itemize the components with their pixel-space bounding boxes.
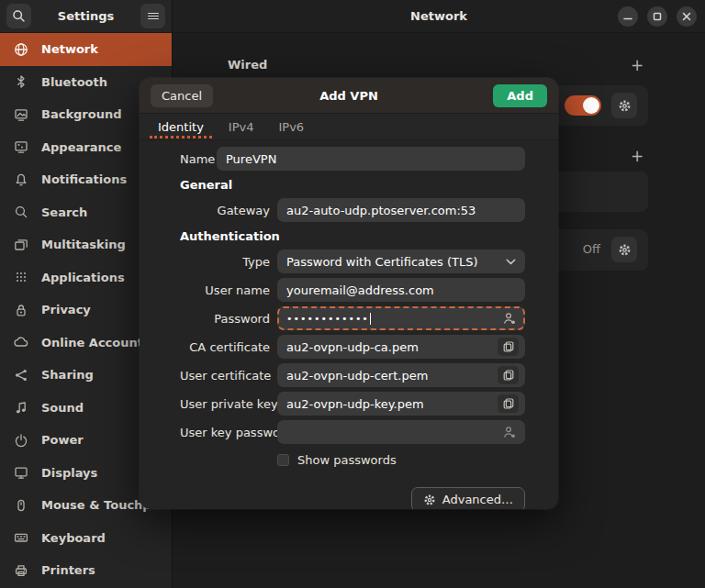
show-passwords-checkbox-row[interactable]: Show passwords (277, 453, 525, 467)
ca-certificate-row: CA certificate au2-ovpn-udp-ca.pem (180, 335, 525, 359)
gateway-field[interactable]: au2-auto-udp.ptoserver.com:53 (277, 198, 525, 222)
sidebar-item-printers[interactable]: Printers (0, 554, 172, 587)
authentication-heading: Authentication (180, 229, 525, 243)
printer-icon (14, 563, 28, 578)
user-key-password-label: User key password (180, 426, 270, 439)
multitasking-icon (14, 238, 28, 252)
name-field[interactable]: PureVPN (217, 147, 525, 171)
user-certificate-label: User certificate (180, 369, 270, 383)
gear-icon (618, 99, 632, 113)
proxy-settings-button[interactable] (611, 237, 637, 262)
sidebar-item-label: Search (41, 205, 87, 219)
sidebar-item-label: Power (41, 433, 84, 447)
name-row: Name PureVPN (180, 147, 525, 171)
file-icon (503, 341, 514, 352)
general-heading: General (180, 178, 525, 192)
password-field[interactable]: •••••••••••• (277, 306, 525, 330)
maximize-button[interactable] (647, 6, 667, 27)
sidebar-item-keyboard[interactable]: Keyboard (0, 522, 172, 555)
add-button[interactable]: Add (493, 84, 547, 107)
add-vpn-dialog: Cancel Add VPN Add Identity IPv4 IPv6 Na… (140, 78, 558, 509)
username-label: User name (180, 283, 270, 297)
lock-icon (14, 303, 28, 317)
sidebar-item-label: Privacy (41, 303, 91, 316)
power-icon (14, 433, 28, 448)
password-peek-icon[interactable] (503, 312, 516, 325)
keyboard-icon (14, 530, 28, 545)
sidebar-item-label: Printers (41, 563, 95, 577)
user-private-key-field[interactable]: au2-ovpn-udp-key.pem (277, 392, 525, 416)
user-certificate-row: User certificate au2-ovpn-udp-cert.pem (180, 363, 525, 387)
share-icon (14, 368, 28, 383)
minimize-icon (623, 12, 632, 21)
wired-settings-button[interactable] (611, 93, 637, 118)
sidebar-header: Settings (0, 0, 173, 33)
tab-identity[interactable]: Identity (158, 114, 204, 139)
gateway-value: au2-auto-udp.ptoserver.com:53 (286, 204, 476, 217)
window-title: Network (410, 9, 467, 23)
user-certificate-file-button[interactable] (498, 366, 519, 384)
maximize-icon (653, 12, 662, 21)
proxy-status: Off (583, 242, 600, 256)
user-key-password-field[interactable] (277, 420, 525, 444)
wired-section-heading: Wired (228, 58, 267, 72)
app-title: Settings (58, 9, 114, 23)
user-private-key-value: au2-ovpn-udp-key.pem (286, 397, 424, 411)
password-value: •••••••••••• (286, 313, 369, 325)
minimize-button[interactable] (618, 6, 638, 27)
ca-certificate-field[interactable]: au2-ovpn-udp-ca.pem (277, 335, 525, 359)
cancel-button[interactable]: Cancel (151, 84, 213, 107)
checkbox-unchecked-icon[interactable] (277, 454, 289, 466)
add-wired-connection-button[interactable]: + (631, 59, 643, 72)
search-icon (14, 205, 28, 219)
network-icon (14, 42, 28, 57)
advanced-button-label: Advanced… (442, 493, 513, 506)
chevron-down-icon (506, 259, 516, 265)
user-certificate-field[interactable]: au2-ovpn-udp-cert.pem (277, 363, 525, 387)
type-row: Type Password with Certificates (TLS) (180, 250, 525, 273)
primary-menu-button[interactable] (140, 4, 165, 28)
tab-ipv6[interactable]: IPv6 (278, 114, 304, 139)
gateway-label: Gateway (180, 204, 270, 217)
display-icon (14, 465, 28, 480)
add-vpn-connection-button[interactable]: + (631, 150, 643, 162)
sidebar-item-label: Sound (41, 401, 84, 415)
background-icon (14, 107, 28, 122)
window-titlebar[interactable]: Network (173, 0, 705, 33)
bluetooth-icon (14, 74, 28, 89)
file-icon (503, 370, 514, 381)
music-note-icon (14, 400, 28, 415)
tab-ipv4[interactable]: IPv4 (229, 114, 254, 139)
appearance-icon (14, 139, 28, 154)
password-peek-icon[interactable] (503, 426, 516, 438)
name-label: Name (180, 152, 209, 166)
type-value: Password with Certificates (TLS) (286, 255, 478, 269)
ca-certificate-file-button[interactable] (498, 338, 519, 356)
close-button[interactable] (677, 6, 697, 27)
type-label: Type (180, 255, 270, 269)
sidebar-item-label: Background (41, 107, 122, 121)
sidebar-item-label: Multitasking (41, 238, 126, 251)
sidebar-item-label: Network (41, 42, 98, 56)
user-private-key-row: User private key au2-ovpn-udp-key.pem (180, 392, 525, 416)
top-bar: Settings Network (0, 0, 705, 33)
dialog-tabbar: Identity IPv4 IPv6 (140, 113, 558, 140)
username-value: youremail@address.com (286, 283, 434, 297)
sidebar-item-label: Online Accounts (41, 336, 151, 349)
sidebar-item-label: Notifications (41, 172, 127, 186)
sidebar-item-network[interactable]: Network (0, 33, 172, 66)
type-dropdown[interactable]: Password with Certificates (TLS) (277, 250, 525, 273)
user-private-key-label: User private key (180, 397, 270, 411)
search-button[interactable] (6, 4, 31, 28)
wired-toggle[interactable] (565, 95, 601, 116)
show-passwords-label: Show passwords (297, 453, 397, 467)
username-field[interactable]: youremail@address.com (277, 278, 525, 302)
bell-icon (14, 172, 28, 187)
password-row: Password •••••••••••• (180, 306, 525, 330)
user-private-key-file-button[interactable] (498, 394, 519, 413)
sidebar-item-label: Appearance (41, 140, 121, 154)
text-caret (370, 313, 371, 325)
ca-certificate-label: CA certificate (180, 340, 270, 354)
advanced-button[interactable]: Advanced… (411, 487, 525, 509)
user-certificate-value: au2-ovpn-udp-cert.pem (286, 369, 428, 383)
